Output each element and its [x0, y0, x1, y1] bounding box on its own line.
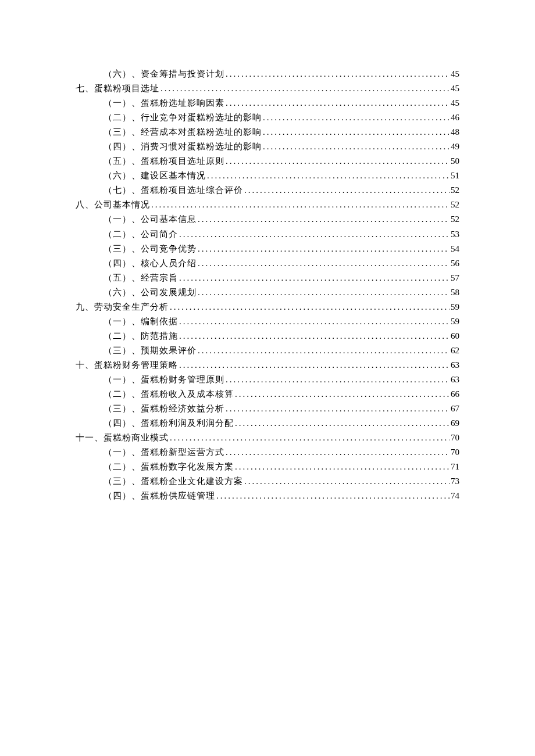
toc-entry-label: （三）、蛋糕粉经济效益分析 [104, 402, 224, 416]
toc-entry: （六）、建设区基本情况51 [104, 169, 459, 183]
toc-entry-page: 52 [451, 212, 459, 227]
toc-leader-dots [226, 372, 450, 387]
toc-entry-label: （六）、建设区基本情况 [104, 169, 206, 183]
toc-entry-page: 52 [451, 198, 459, 212]
toc-entry: （七）、蛋糕粉项目选址综合评价52 [104, 183, 459, 198]
toc-entry: （三）、蛋糕粉经济效益分析67 [104, 402, 459, 416]
toc-leader-dots [263, 139, 450, 154]
toc-entry-page: 62 [451, 343, 459, 358]
toc-entry: 八、公司基本情况52 [76, 198, 459, 212]
toc-entry-page: 58 [451, 285, 459, 300]
toc-entry-label: （二）、行业竞争对蛋糕粉选址的影响 [104, 110, 262, 125]
toc-leader-dots [179, 271, 450, 285]
toc-entry-label: （五）、经营宗旨 [104, 271, 178, 285]
toc-entry: （六）、资金筹措与投资计划45 [104, 67, 459, 81]
toc-entry-page: 53 [451, 227, 459, 242]
toc-leader-dots [244, 474, 450, 489]
toc-leader-dots [170, 300, 450, 314]
toc-entry-label: （一）、蛋糕粉选址影响因素 [104, 96, 224, 110]
toc-entry-label: （三）、蛋糕粉企业文化建设方案 [104, 474, 243, 489]
toc-entry: （四）、蛋糕粉利润及利润分配69 [104, 416, 459, 431]
toc-entry-label: （四）、蛋糕粉利润及利润分配 [104, 416, 234, 431]
toc-entry: 十一、蛋糕粉商业模式70 [76, 431, 459, 445]
toc-entry-label: （四）、核心人员介绍 [104, 256, 197, 271]
toc-entry: （一）、编制依据59 [104, 314, 459, 329]
toc-entry-page: 70 [451, 431, 459, 445]
toc-entry: 九、劳动安全生产分析59 [76, 300, 459, 314]
toc-entry-page: 49 [451, 139, 459, 154]
toc-entry: （三）、公司竞争优势54 [104, 242, 459, 256]
toc-entry: （四）、核心人员介绍56 [104, 256, 459, 271]
toc-leader-dots [226, 154, 450, 169]
toc-entry-page: 48 [451, 125, 459, 139]
toc-leader-dots [226, 67, 450, 81]
toc-leader-dots [198, 256, 450, 271]
toc-entry-label: （一）、蛋糕粉财务管理原则 [104, 372, 224, 387]
toc-entry-label: 十、蛋糕粉财务管理策略 [76, 358, 178, 372]
toc-entry: （二）、行业竞争对蛋糕粉选址的影响46 [104, 110, 459, 125]
toc-leader-dots [226, 402, 450, 416]
toc-entry-label: 九、劳动安全生产分析 [76, 300, 169, 314]
toc-entry: 七、蛋糕粉项目选址45 [76, 81, 459, 96]
toc-entry-page: 60 [451, 329, 459, 343]
toc-entry-page: 56 [451, 256, 459, 271]
toc-leader-dots [235, 416, 450, 431]
toc-entry-page: 63 [451, 358, 459, 372]
toc-leader-dots [179, 314, 450, 329]
toc-entry-page: 74 [451, 489, 459, 503]
toc-entry: （一）、蛋糕粉新型运营方式70 [104, 445, 459, 460]
toc-entry: （二）、公司简介53 [104, 227, 459, 242]
toc-entry-page: 51 [451, 169, 459, 183]
toc-leader-dots [216, 489, 450, 503]
toc-entry-page: 67 [451, 402, 459, 416]
toc-entry-page: 57 [451, 271, 459, 285]
toc-entry-page: 52 [451, 183, 459, 198]
toc-entry-label: （六）、资金筹措与投资计划 [104, 67, 224, 81]
toc-entry-page: 73 [451, 474, 459, 489]
toc-leader-dots [160, 81, 450, 96]
toc-entry: （二）、防范措施60 [104, 329, 459, 343]
table-of-contents: （六）、资金筹措与投资计划45七、蛋糕粉项目选址45（一）、蛋糕粉选址影响因素4… [76, 67, 459, 503]
toc-leader-dots [179, 227, 450, 242]
toc-entry-label: （二）、蛋糕粉收入及成本核算 [104, 387, 234, 402]
toc-entry-label: （二）、防范措施 [104, 329, 178, 343]
toc-leader-dots [263, 125, 450, 139]
toc-leader-dots [198, 285, 450, 300]
toc-entry: （三）、经营成本对蛋糕粉选址的影响48 [104, 125, 459, 139]
toc-entry-label: （三）、公司竞争优势 [104, 242, 197, 256]
toc-entry-label: （一）、编制依据 [104, 314, 178, 329]
toc-entry: （五）、经营宗旨57 [104, 271, 459, 285]
toc-entry-page: 50 [451, 154, 459, 169]
toc-entry-page: 59 [451, 300, 459, 314]
toc-entry-label: 十一、蛋糕粉商业模式 [76, 431, 169, 445]
toc-leader-dots [263, 110, 450, 125]
toc-leader-dots [235, 460, 450, 474]
toc-leader-dots [226, 445, 450, 460]
toc-entry: （五）、蛋糕粉项目选址原则50 [104, 154, 459, 169]
toc-entry-label: （六）、公司发展规划 [104, 285, 197, 300]
toc-leader-dots [179, 358, 450, 372]
toc-entry-label: （二）、公司简介 [104, 227, 178, 242]
toc-entry: （一）、公司基本信息52 [104, 212, 459, 227]
toc-entry: （三）、蛋糕粉企业文化建设方案73 [104, 474, 459, 489]
toc-entry: （四）、蛋糕粉供应链管理74 [104, 489, 459, 503]
toc-entry-page: 59 [451, 314, 459, 329]
toc-leader-dots [207, 169, 450, 183]
toc-entry-label: （一）、蛋糕粉新型运营方式 [104, 445, 224, 460]
toc-entry-label: （五）、蛋糕粉项目选址原则 [104, 154, 224, 169]
toc-entry-page: 69 [451, 416, 459, 431]
toc-entry-page: 46 [451, 110, 459, 125]
toc-entry: （一）、蛋糕粉财务管理原则63 [104, 372, 459, 387]
toc-leader-dots [179, 329, 450, 343]
toc-entry-page: 45 [451, 67, 459, 81]
toc-entry-label: （二）、蛋糕粉数字化发展方案 [104, 460, 234, 474]
toc-entry-label: （七）、蛋糕粉项目选址综合评价 [104, 183, 243, 198]
toc-entry-page: 54 [451, 242, 459, 256]
toc-entry-label: （一）、公司基本信息 [104, 212, 197, 227]
toc-entry-page: 63 [451, 372, 459, 387]
toc-entry-label: 八、公司基本情况 [76, 198, 150, 212]
toc-leader-dots [226, 96, 450, 110]
toc-entry: （二）、蛋糕粉收入及成本核算66 [104, 387, 459, 402]
toc-entry: （六）、公司发展规划58 [104, 285, 459, 300]
toc-entry-page: 66 [451, 387, 459, 402]
